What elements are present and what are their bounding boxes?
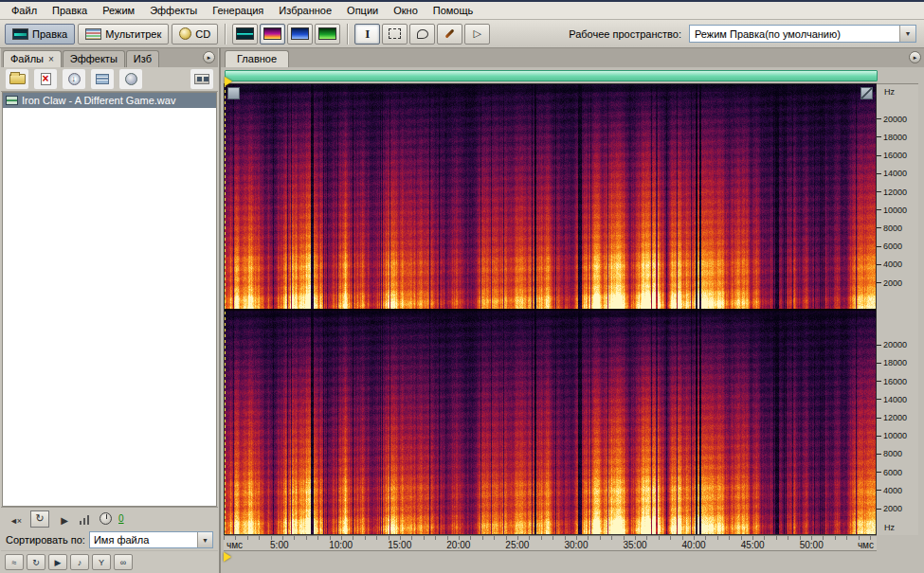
preview-knob-icon[interactable] [100,512,112,525]
multitrack-view-button[interactable]: Мультитрек [78,24,169,45]
start-marker-top[interactable] [225,77,232,86]
menu-item-options[interactable]: Опции [339,3,386,18]
scroll-handle-left-icon[interactable] [227,87,240,99]
show-video-files-icon: ▶ [55,558,62,567]
time-selection-tool-button[interactable] [354,24,380,45]
frequency-ruler[interactable]: Hz20000180001600014000120001000080006000… [877,83,918,535]
chevron-down-icon[interactable] [197,532,212,547]
show-audio-files-icon: ≈ [12,558,17,567]
insert-into-multitrack-button[interactable] [91,69,114,89]
insert-into-cd-button[interactable] [119,69,142,89]
spectrogram-canvas[interactable] [225,84,876,534]
freq-tick-16000: 16000 [877,151,907,160]
file-name: Iron Claw - A Different Game.wav [22,95,175,106]
files-footer-buttons: ≈↻▶♪Y∞ [1,550,218,573]
show-loop-files-button[interactable]: ↻ [27,554,45,570]
timeline-ruler[interactable]: чмс5:0010:0015:0020:0025:0030:0035:0040:… [224,535,877,551]
menu-item-window[interactable]: Окно [386,3,426,18]
tab-main[interactable]: Главное [225,50,289,67]
freq-tick-8000: 8000 [877,224,902,233]
close-icon[interactable]: × [48,54,54,64]
spectral-pan-view-icon [291,27,309,40]
show-audio-files-button[interactable]: ≈ [5,554,24,570]
effects-paintbrush-tool-button[interactable] [437,24,462,45]
freq-tick-label: 18000 [883,358,907,367]
panel-menu-icon[interactable] [203,51,215,63]
menu-item-help[interactable]: Помощь [426,3,481,18]
close-file-button[interactable] [34,69,57,89]
file-list[interactable]: Iron Claw - A Different Game.wav [2,92,217,507]
time-tick-15-00: 15:00 [388,540,411,550]
spectral-phase-view-button[interactable] [315,24,340,45]
full-paths-button[interactable]: ∞ [114,554,133,570]
menu-item-edit[interactable]: Правка [45,3,95,18]
menu-item-view[interactable]: Режим [95,3,142,18]
freq-tick-label: 2000 [883,278,902,288]
volume-bars-icon[interactable] [80,513,93,525]
tab-favorites[interactable]: Изб [126,50,159,67]
freq-tick-12000: 12000 [877,188,907,197]
time-tick-45-00: 45:00 [741,540,765,550]
overview-scrollbar[interactable] [225,70,878,81]
play-button[interactable] [56,510,73,528]
loop-play-button[interactable] [30,510,49,528]
tick-line-icon [877,472,881,473]
tick-line-icon [877,454,881,455]
freq-tick-label: 8000 [883,449,902,458]
marquee-selection-tool-button[interactable] [382,24,408,45]
panel-menu-icon[interactable] [909,51,921,63]
tick-line-icon [877,282,881,283]
edit-view-button[interactable]: Правка [5,24,75,45]
overview-row [224,67,921,83]
import-file-button[interactable] [6,69,28,89]
spectral-frequency-view-button[interactable] [260,24,285,45]
menu-item-effects[interactable]: Эффекты [142,3,205,18]
freq-tick-16000: 16000 [877,377,907,386]
sort-options-button[interactable]: Y [92,554,111,570]
show-loop-files-icon: ↻ [32,558,40,567]
tick-line-icon [877,227,881,228]
spectral-pan-view-button[interactable] [287,24,313,45]
marquee-selection-tool-icon [388,27,402,41]
playhead-cursor[interactable] [225,84,226,534]
chevron-down-icon[interactable] [899,26,915,42]
tick-line-icon [877,363,881,364]
editor-panel: Главное Hz200001800016000140001200010000… [221,48,924,573]
freq-tick-label: 12000 [883,413,907,422]
tick-line-icon [877,155,881,156]
show-options-button[interactable] [190,69,213,89]
tick-line-icon [877,381,881,382]
menu-item-file[interactable]: Файл [4,3,45,18]
workspace-select[interactable]: Режим Правка(по умолчанию) [689,25,916,43]
menu-item-favorites[interactable]: Избранное [271,3,339,18]
spectral-frequency-view-icon [263,27,281,40]
scroll-handle-right-icon[interactable] [861,87,873,99]
menu-bar: ФайлПравкаРежимЭффектыГенерацияИзбранное… [0,2,924,20]
time-tick-10-00: 10:00 [329,540,353,550]
extract-audio-button[interactable] [63,69,85,89]
cd-icon [179,27,191,40]
cd-view-button[interactable]: CD [172,24,218,45]
tab-favorites-label: Изб [134,53,152,64]
tick-line-icon [877,191,881,192]
show-video-files-button[interactable]: ▶ [48,554,67,570]
tick-line-icon [877,436,881,437]
show-midi-files-button[interactable]: ♪ [70,554,89,570]
freq-tick-label: 12000 [883,188,907,197]
waveform-view-button[interactable] [232,24,258,45]
menu-item-generate[interactable]: Генерация [205,3,271,18]
spectral-display[interactable] [224,83,877,535]
tab-files[interactable]: Файлы× [3,50,62,67]
freq-tick-14000: 14000 [877,169,907,178]
play-icon [61,510,68,528]
mute-button[interactable] [7,510,24,528]
sort-select[interactable]: Имя файла [89,531,213,548]
file-list-item[interactable]: Iron Claw - A Different Game.wav [3,93,216,108]
start-marker-bottom[interactable] [224,552,231,562]
multitrack-icon [85,28,101,40]
tab-effects[interactable]: Эффекты [63,50,125,67]
scrub-tool-button[interactable] [464,24,490,45]
app-window: ФайлПравкаРежимЭффектыГенерацияИзбранное… [0,0,924,573]
preview-volume-value[interactable]: 0 [118,513,124,524]
lasso-selection-tool-button[interactable] [409,24,435,45]
